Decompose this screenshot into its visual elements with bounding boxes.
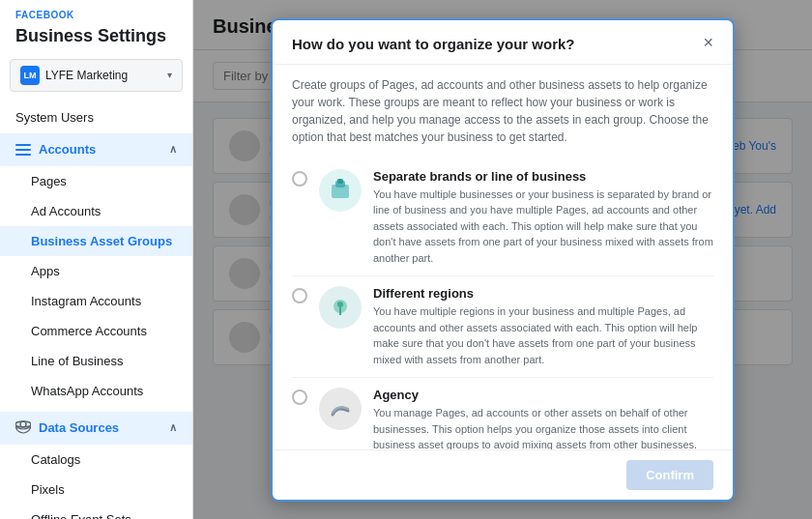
system-users-label: System Users xyxy=(15,110,94,125)
option-icon-different-regions xyxy=(319,286,362,329)
data-sources-label: Data Sources xyxy=(39,420,119,435)
option-icon-separate-brands xyxy=(319,169,362,212)
svg-rect-1 xyxy=(15,149,31,151)
option-desc-agency: You manage Pages, ad accounts or other a… xyxy=(373,405,713,449)
list-icon xyxy=(15,142,31,158)
account-selector[interactable]: LM LYFE Marketing ▾ xyxy=(10,59,183,92)
agency-icon xyxy=(327,395,354,422)
option-radio-different-regions[interactable] xyxy=(292,288,307,303)
data-sources-collapse-icon[interactable]: ∧ xyxy=(169,421,177,434)
option-radio-agency[interactable] xyxy=(292,389,307,405)
sidebar-item-instagram-accounts[interactable]: Instagram Accounts xyxy=(0,286,192,316)
chevron-down-icon: ▾ xyxy=(167,70,172,80)
sidebar-section-data-sources[interactable]: Data Sources ∧ xyxy=(0,412,192,445)
sidebar-item-offline-event-sets[interactable]: Offline Event Sets xyxy=(0,505,192,519)
accounts-collapse-icon[interactable]: ∧ xyxy=(169,143,177,156)
modal-description: Create groups of Pages, ad accounts and … xyxy=(292,76,713,146)
sidebar-item-ad-accounts[interactable]: Ad Accounts xyxy=(0,196,192,226)
accounts-label: Accounts xyxy=(39,142,96,157)
account-name: LYFE Marketing xyxy=(45,69,161,82)
sidebar-item-line-of-business[interactable]: Line of Business xyxy=(0,346,192,376)
sidebar-item-business-asset-groups[interactable]: Business Asset Groups xyxy=(0,226,192,256)
sidebar-title: Business Settings xyxy=(0,24,192,59)
svg-point-9 xyxy=(337,302,343,307)
account-avatar: LM xyxy=(20,66,40,85)
confirm-button[interactable]: Confirm xyxy=(626,460,713,490)
option-title-agency: Agency xyxy=(373,388,713,402)
svg-point-4 xyxy=(15,421,31,427)
sidebar-section-accounts[interactable]: Accounts ∧ xyxy=(0,133,192,166)
modal-dialog: How do you want to organize your work? ×… xyxy=(271,18,735,502)
option-different-regions[interactable]: Different regions You have multiple regi… xyxy=(292,276,713,378)
sidebar-item-catalogs[interactable]: Catalogs xyxy=(0,445,192,475)
option-radio-separate-brands[interactable] xyxy=(292,171,307,187)
modal-title: How do you want to organize your work? xyxy=(292,36,575,52)
modal-footer: Confirm xyxy=(273,449,733,500)
option-icon-agency xyxy=(319,388,362,430)
option-title-different-regions: Different regions xyxy=(373,286,713,301)
sidebar-item-whatsapp-accounts[interactable]: WhatsApp Accounts xyxy=(0,376,192,406)
main-content: Business Asset Groups Celeb You's cted y… xyxy=(193,0,812,519)
sidebar: FACEBOOK Business Settings LM LYFE Marke… xyxy=(0,0,193,519)
svg-point-3 xyxy=(20,421,26,427)
svg-rect-2 xyxy=(15,154,31,156)
option-separate-brands[interactable]: Separate brands or line of business You … xyxy=(292,159,713,277)
sidebar-item-commerce-accounts[interactable]: Commerce Accounts xyxy=(0,316,192,346)
svg-rect-0 xyxy=(15,144,31,146)
data-sources-icon xyxy=(15,420,31,436)
svg-rect-7 xyxy=(337,179,343,184)
modal-body: Create groups of Pages, ad accounts and … xyxy=(273,65,733,449)
option-desc-separate-brands: You have multiple businesses or your bus… xyxy=(373,187,713,267)
sidebar-item-apps[interactable]: Apps xyxy=(0,256,192,286)
regions-icon xyxy=(327,294,354,321)
sidebar-item-system-users[interactable]: System Users xyxy=(0,101,192,133)
option-title-separate-brands: Separate brands or line of business xyxy=(373,169,713,184)
brands-icon xyxy=(327,177,354,204)
close-icon[interactable]: × xyxy=(703,34,713,51)
option-agency[interactable]: Agency You manage Pages, ad accounts or … xyxy=(292,378,713,449)
option-desc-different-regions: You have multiple regions in your busine… xyxy=(373,303,713,367)
sidebar-item-pages[interactable]: Pages xyxy=(0,166,192,196)
modal-overlay: How do you want to organize your work? ×… xyxy=(193,0,812,519)
sidebar-item-pixels[interactable]: Pixels xyxy=(0,475,192,505)
modal-header: How do you want to organize your work? × xyxy=(273,20,733,65)
brand-label: FACEBOOK xyxy=(0,0,192,24)
